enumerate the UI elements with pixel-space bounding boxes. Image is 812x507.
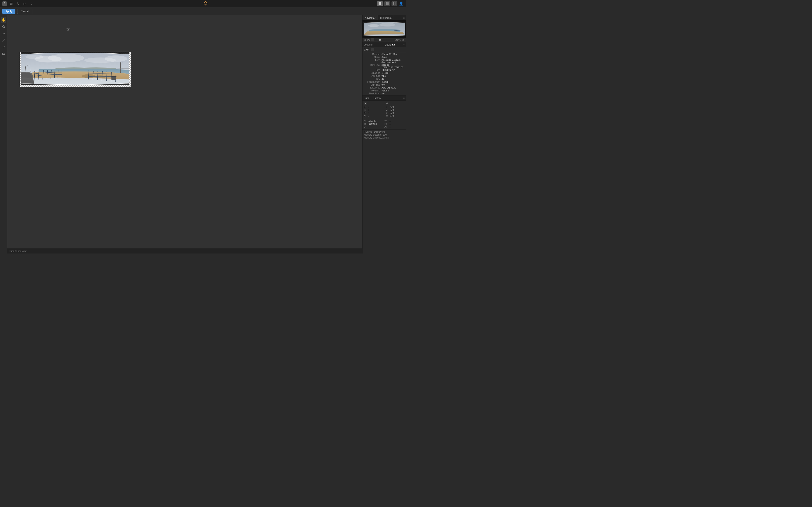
exif-row-maker: Maker Apple	[362, 56, 406, 59]
tab-history[interactable]: History	[371, 96, 383, 100]
left-toolbar: ✋ ↗	[0, 15, 7, 253]
color-m-row: M: 67%	[386, 109, 405, 111]
color-c-row: C: 72%	[386, 106, 405, 108]
eyedropper-tool[interactable]	[1, 44, 6, 50]
color-g-row: G: 0	[364, 109, 383, 111]
navigator-tabs: Navigator Histogram ≡	[362, 15, 406, 20]
svg-rect-52	[111, 76, 116, 77]
exif-row-lens: Lens iPhone XS Max back dual camera 4.2	[362, 59, 406, 64]
svg-point-21	[26, 55, 44, 59]
exif-row-focallength: Focal Length 4.2mm	[362, 80, 406, 83]
crop-tool[interactable]	[1, 51, 6, 57]
exif-row-exposure: Exposure 1/1319	[362, 71, 406, 74]
svg-line-10	[4, 27, 5, 28]
action-bar: Apply Cancel	[0, 7, 406, 15]
info-options[interactable]: ≡	[402, 96, 406, 100]
svg-rect-5	[386, 2, 387, 5]
app-logo: A	[2, 1, 7, 6]
zoom-reset-btn[interactable]: ⊙	[401, 38, 405, 42]
svg-point-35	[47, 70, 48, 71]
status-bar: Drag to pan view.	[7, 248, 362, 253]
svg-rect-51	[111, 77, 116, 80]
apply-button[interactable]: Apply	[2, 9, 15, 14]
zoom-value: 22 %	[395, 39, 401, 41]
svg-point-3	[206, 2, 207, 2]
exif-dropdown[interactable]: ⌄	[371, 48, 374, 51]
info-section: Info History ≡ ◉ R: 0 G: 0	[362, 96, 406, 253]
svg-point-23	[95, 75, 106, 78]
navigator-thumbnail	[362, 20, 406, 38]
crosshair-icon[interactable]: ⊕	[386, 102, 389, 105]
svg-point-9	[2, 25, 4, 27]
tab-histogram[interactable]: Histogram	[378, 15, 394, 20]
pos-y-row: Y: -1169 px	[364, 123, 384, 125]
exif-row-flashfired: Flash Fired No	[362, 92, 406, 95]
pos-a-row: A: ---	[385, 126, 405, 128]
exif-row-iso: ISO 25	[362, 77, 406, 80]
pos-w-row: W: ---	[385, 120, 405, 122]
move-tool[interactable]: ↗	[1, 31, 6, 36]
color-k-row: K: 88%	[386, 115, 405, 117]
exif-row-metering: Metering Pattern	[362, 89, 406, 92]
split-view-btn[interactable]	[384, 1, 390, 6]
svg-point-20	[105, 55, 127, 62]
zoom-minus-btn[interactable]: −	[371, 38, 374, 42]
memory-pressure-row: Memory pressure: 20%	[364, 133, 405, 136]
pan-cursor: ☞	[66, 27, 70, 32]
pos-x-row: X: 8350 px	[364, 120, 384, 122]
svg-point-0	[204, 2, 207, 5]
svg-rect-6	[388, 2, 389, 5]
navigator-options[interactable]: ≡	[402, 15, 406, 20]
pan-tool[interactable]: ✋	[1, 17, 6, 23]
svg-point-50	[106, 71, 107, 72]
metadata-options[interactable]: ≡	[403, 44, 405, 46]
sync-icon[interactable]: ↻	[16, 1, 20, 6]
svg-point-56	[379, 23, 395, 26]
svg-point-1	[205, 3, 206, 4]
zoom-slider-thumb	[379, 39, 381, 41]
color-b-row: B: 0	[364, 112, 383, 114]
eyedropper-icon[interactable]: ◉	[364, 102, 367, 105]
color-a-row: A: 0	[364, 115, 383, 117]
pos-h-row: H: ---	[385, 123, 405, 125]
svg-rect-7	[393, 2, 394, 5]
color-y-row: Y: 67%	[386, 112, 405, 114]
canvas-container	[20, 52, 131, 87]
single-view-btn[interactable]	[377, 1, 383, 6]
exif-row-aperture: Aperture f/1.8	[362, 74, 406, 77]
svg-point-22	[82, 74, 96, 78]
bottom-info: RGBA/8 · Display P3 Memory pressure: 20%…	[362, 129, 406, 140]
metadata-tab[interactable]: Metadata	[385, 43, 403, 46]
svg-point-47	[93, 71, 94, 71]
exif-label: EXIF	[364, 48, 369, 51]
right-panel: Navigator Histogram ≡	[362, 15, 406, 253]
brush-tool[interactable]	[1, 38, 6, 43]
svg-rect-8	[395, 2, 396, 5]
user-icon[interactable]: 👤	[399, 1, 404, 6]
tab-navigator[interactable]: Navigator	[362, 15, 378, 20]
svg-rect-4	[378, 2, 381, 5]
canvas-area[interactable]: ☞ Drag to pan view.	[7, 15, 362, 253]
memory-efficiency-row: Memory efficiency: 277%	[364, 136, 405, 139]
skip-icon[interactable]: ⏭	[23, 1, 27, 6]
mirror-view-btn[interactable]	[392, 1, 397, 6]
tab-info[interactable]: Info	[362, 96, 371, 100]
grid-icon[interactable]: ⊞	[9, 1, 14, 6]
exif-table: Camera iPhone XS Max Maker Apple Lens iP…	[362, 52, 406, 96]
svg-point-49	[102, 71, 103, 72]
cancel-button[interactable]: Cancel	[17, 9, 33, 14]
share-icon[interactable]: ⤴	[30, 1, 34, 6]
main-area: ✋ ↗	[0, 15, 406, 253]
svg-line-11	[2, 39, 4, 42]
exif-row-camera: Camera iPhone XS Max	[362, 53, 406, 56]
exif-row-size: Size 11969 x 3704	[362, 69, 406, 71]
svg-point-34	[43, 70, 44, 71]
zoom-tool[interactable]	[1, 24, 6, 30]
pos-d-row: D: ---	[364, 126, 384, 128]
zoom-label: Zoom:	[364, 39, 370, 41]
svg-point-12	[4, 39, 5, 40]
location-tab[interactable]: Location	[364, 43, 383, 46]
svg-point-55	[368, 24, 379, 27]
color-profile-row: RGBA/8 · Display P3	[364, 130, 405, 133]
zoom-slider[interactable]	[375, 40, 394, 40]
